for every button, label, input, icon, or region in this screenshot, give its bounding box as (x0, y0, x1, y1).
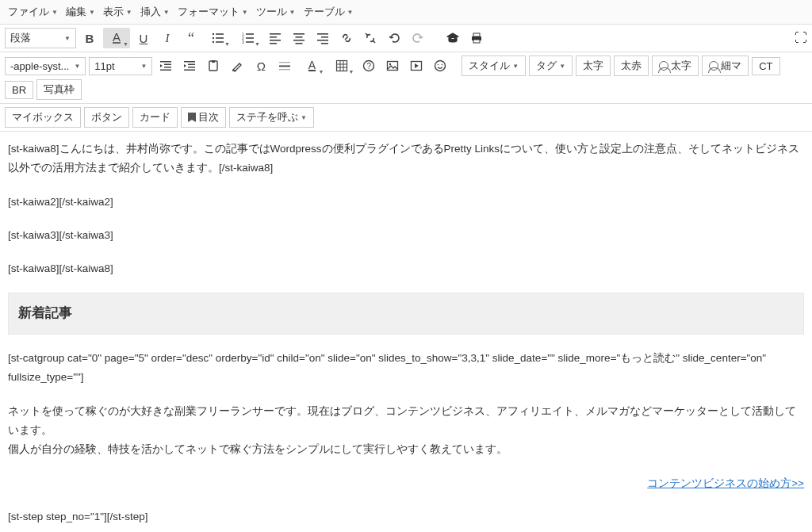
clear-format-button[interactable] (227, 55, 247, 76)
svg-rect-37 (279, 62, 290, 63)
outdent-button[interactable] (155, 55, 176, 76)
para-kaiwa3: [st-kaiwa3][/st-kaiwa3] (8, 226, 804, 245)
bold-button[interactable]: B (79, 28, 100, 48)
svg-rect-38 (279, 66, 290, 67)
para-bio: ネットを使って稼ぐのが大好きな副業フリーランサーです。現在はブログ、コンテンツビ… (8, 402, 804, 460)
avatar-bold-pill[interactable]: 太字 (652, 55, 699, 76)
button-pill[interactable]: ボタン (84, 107, 129, 128)
svg-rect-15 (270, 43, 277, 44)
avatar-icon (709, 61, 718, 71)
toc-pill[interactable]: 目次 (181, 107, 226, 128)
svg-rect-5 (216, 41, 224, 43)
media-button[interactable] (406, 55, 427, 76)
svg-rect-19 (296, 43, 303, 44)
menu-insert[interactable]: 挿入▼ (137, 3, 173, 21)
suteko-pill[interactable]: ステ子を呼ぶ▼ (229, 107, 314, 128)
fullscreen-button[interactable]: ⛶ (795, 31, 807, 45)
svg-rect-14 (270, 40, 281, 41)
svg-rect-3 (216, 37, 224, 39)
card-pill[interactable]: カード (132, 107, 178, 128)
underline-button[interactable]: U (133, 28, 154, 48)
svg-rect-31 (184, 61, 195, 63)
italic-button[interactable]: I (157, 28, 178, 48)
svg-rect-20 (317, 33, 328, 35)
menu-tools[interactable]: ツール▼ (253, 3, 299, 21)
bold-pill[interactable]: 太字 (576, 55, 611, 76)
svg-rect-33 (188, 67, 195, 68)
svg-rect-36 (212, 60, 215, 63)
toolbar-row-2: -apple-syst...▼ 11pt▼ Ω A▼ ▼ ? スタイル▼ タグ▼… (0, 52, 812, 104)
para-catgroup: [st-catgroup cat="0" page="5" order="des… (8, 349, 804, 388)
hr-button[interactable] (274, 55, 295, 76)
special-char-button[interactable]: Ω (251, 55, 271, 76)
photo-frame-pill[interactable]: 写真枠 (36, 79, 82, 100)
svg-rect-17 (296, 36, 303, 38)
menu-table[interactable]: テーブル▼ (301, 3, 357, 21)
svg-rect-28 (164, 64, 171, 66)
align-left-button[interactable] (265, 28, 285, 48)
mybox-pill[interactable]: マイボックス (5, 107, 81, 128)
text-color-2-button[interactable]: A▼ (298, 55, 325, 76)
para-kaiwa8-empty: [st-kaiwa8][/st-kaiwa8] (8, 259, 804, 278)
unlink-button[interactable] (360, 28, 381, 48)
image-button[interactable] (382, 55, 403, 76)
emoji-button[interactable] (430, 55, 450, 76)
print-icon[interactable] (466, 28, 487, 48)
svg-rect-32 (188, 64, 195, 66)
para-kaiwa8-intro: [st-kaiwa8]こんにちは、井村尚弥です。この記事ではWordpressの… (8, 140, 804, 178)
svg-rect-1 (216, 33, 224, 35)
svg-rect-27 (160, 61, 171, 63)
avatar-thin-pill[interactable]: 細マ (702, 55, 749, 76)
content-business-link[interactable]: コンテンツビジネスの始め方>> (647, 477, 804, 489)
menu-edit[interactable]: 編集▼ (63, 3, 98, 21)
align-right-button[interactable] (312, 28, 333, 48)
para-kaiwa2: [st-kaiwa2][/st-kaiwa2] (8, 193, 804, 212)
svg-rect-11 (246, 41, 254, 43)
ct-pill[interactable]: CT (752, 57, 779, 75)
svg-rect-22 (317, 40, 328, 41)
svg-text:?: ? (367, 62, 372, 71)
paste-button[interactable] (203, 55, 224, 76)
bookmark-icon (188, 113, 196, 122)
menu-file[interactable]: ファイル▼ (5, 3, 61, 21)
avatar-icon (659, 61, 668, 71)
editor-content[interactable]: [st-kaiwa8]こんにちは、井村尚弥です。この記事ではWordpressの… (0, 132, 812, 532)
svg-rect-7 (246, 33, 254, 35)
heading-new-posts: 新着記事 (8, 293, 804, 335)
text-color-button[interactable]: A▼ (103, 28, 130, 48)
svg-rect-16 (293, 33, 304, 35)
svg-rect-39 (279, 69, 290, 70)
bold-red-pill[interactable]: 太赤 (614, 55, 649, 76)
redo-button[interactable] (408, 28, 428, 48)
format-select[interactable]: 段落▼ (5, 28, 76, 48)
svg-point-51 (438, 64, 439, 66)
table-button[interactable]: ▼ (328, 55, 355, 76)
menu-view[interactable]: 表示▼ (100, 3, 136, 21)
indent-button[interactable] (179, 55, 200, 76)
svg-rect-29 (164, 67, 171, 68)
blockquote-button[interactable]: “ (181, 28, 201, 48)
toolbar-row-3: マイボックス ボタン カード 目次 ステ子を呼ぶ▼ (0, 104, 812, 132)
undo-button[interactable] (384, 28, 404, 48)
font-family-select[interactable]: -apple-syst...▼ (5, 57, 86, 75)
menu-format[interactable]: フォーマット▼ (174, 3, 251, 21)
svg-rect-18 (293, 40, 304, 41)
graduation-cap-icon[interactable] (442, 28, 463, 48)
toolbar-row-1: 段落▼ B A▼ U I “ ▼ 123▼ ⛶ (0, 25, 812, 52)
align-center-button[interactable] (289, 28, 309, 48)
help-button[interactable]: ? (358, 55, 379, 76)
svg-point-50 (435, 61, 446, 71)
link-button[interactable] (336, 28, 357, 48)
bullet-list-button[interactable]: ▼ (205, 28, 232, 48)
numbered-list-button[interactable]: 123▼ (235, 28, 262, 48)
svg-point-4 (213, 41, 214, 43)
br-pill[interactable]: BR (5, 81, 33, 99)
svg-point-2 (213, 37, 214, 39)
svg-rect-30 (160, 70, 171, 71)
svg-rect-23 (321, 43, 328, 44)
svg-rect-21 (321, 36, 328, 38)
style-dropdown[interactable]: スタイル▼ (462, 55, 526, 76)
para-step: [st-step step_no="1"][/st-step] (8, 507, 804, 526)
tag-dropdown[interactable]: タグ▼ (529, 55, 573, 76)
font-size-select[interactable]: 11pt▼ (89, 57, 152, 75)
